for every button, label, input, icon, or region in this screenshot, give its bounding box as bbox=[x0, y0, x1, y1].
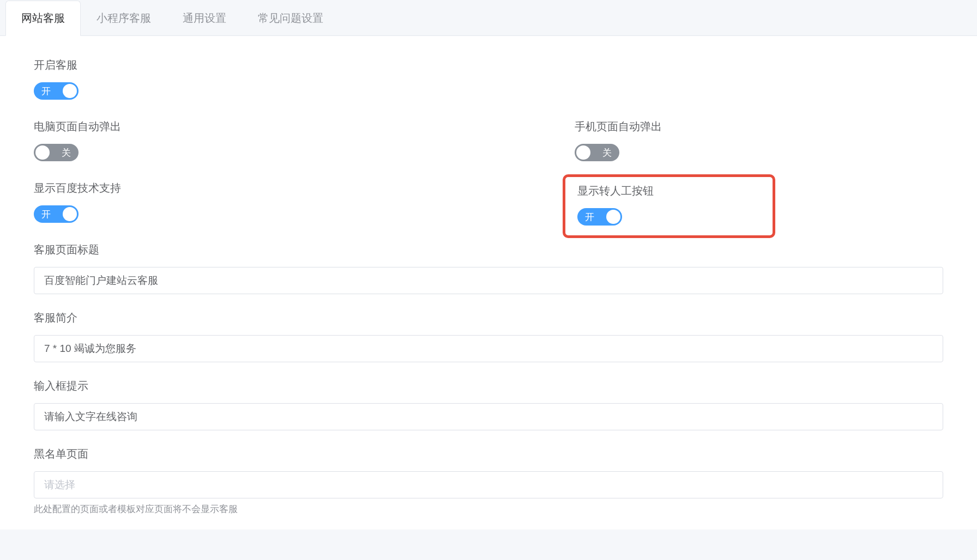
tab-general-settings[interactable]: 通用设置 bbox=[167, 1, 242, 36]
field-blacklist: 黑名单页面 此处配置的页面或者模板对应页面将不会显示客服 bbox=[34, 447, 943, 515]
switch-on-text: 开 bbox=[41, 208, 51, 221]
tabs-bar: 网站客服 小程序客服 通用设置 常见问题设置 bbox=[0, 0, 977, 36]
field-baidu-support: 显示百度技术支持 开 bbox=[34, 181, 575, 223]
switch-baidu-support[interactable]: 开 bbox=[34, 205, 79, 223]
switch-mobile-popup[interactable]: 关 bbox=[575, 144, 619, 161]
switch-off-text: 关 bbox=[62, 147, 71, 159]
field-page-title: 客服页面标题 bbox=[34, 242, 943, 294]
field-intro: 客服简介 bbox=[34, 311, 943, 362]
row-support-human: 显示百度技术支持 开 显示转人工按钮 开 bbox=[34, 181, 943, 242]
tab-content: 开启客服 开 电脑页面自动弹出 关 手机页面自动弹出 bbox=[0, 36, 977, 529]
highlight-human-button: 显示转人工按钮 开 bbox=[563, 174, 775, 238]
label-enable-service: 开启客服 bbox=[34, 58, 943, 72]
label-page-title: 客服页面标题 bbox=[34, 242, 943, 257]
field-human-button: 显示转人工按钮 开 bbox=[577, 184, 761, 226]
switch-on-text: 开 bbox=[41, 85, 51, 98]
label-placeholder-hint: 输入框提示 bbox=[34, 379, 943, 393]
input-placeholder-hint[interactable] bbox=[34, 403, 943, 430]
switch-knob bbox=[63, 207, 77, 221]
tab-miniprogram-service[interactable]: 小程序客服 bbox=[81, 1, 167, 36]
label-desktop-popup: 电脑页面自动弹出 bbox=[34, 119, 575, 134]
field-mobile-popup: 手机页面自动弹出 关 bbox=[575, 119, 662, 161]
col-mobile-popup: 手机页面自动弹出 关 bbox=[575, 119, 662, 181]
col-baidu-support: 显示百度技术支持 开 bbox=[34, 181, 575, 242]
switch-desktop-popup[interactable]: 关 bbox=[34, 144, 79, 161]
switch-on-text: 开 bbox=[585, 211, 594, 223]
input-page-title[interactable] bbox=[34, 267, 943, 294]
field-enable-service: 开启客服 开 bbox=[34, 58, 943, 100]
col-human-button: 显示转人工按钮 开 bbox=[575, 181, 775, 242]
switch-knob bbox=[63, 84, 77, 98]
col-desktop-popup: 电脑页面自动弹出 关 bbox=[34, 119, 575, 181]
label-human-button: 显示转人工按钮 bbox=[577, 184, 761, 198]
label-baidu-support: 显示百度技术支持 bbox=[34, 181, 575, 196]
settings-page: 网站客服 小程序客服 通用设置 常见问题设置 开启客服 开 电脑页面自动弹出 关 bbox=[0, 0, 977, 529]
switch-knob bbox=[35, 145, 50, 160]
help-blacklist: 此处配置的页面或者模板对应页面将不会显示客服 bbox=[34, 503, 943, 515]
switch-human-button[interactable]: 开 bbox=[577, 208, 622, 226]
select-blacklist[interactable] bbox=[34, 471, 943, 498]
switch-knob bbox=[576, 145, 590, 160]
field-desktop-popup: 电脑页面自动弹出 关 bbox=[34, 119, 575, 161]
row-popup: 电脑页面自动弹出 关 手机页面自动弹出 关 bbox=[34, 119, 943, 181]
switch-knob bbox=[606, 210, 620, 224]
label-intro: 客服简介 bbox=[34, 311, 943, 325]
label-blacklist: 黑名单页面 bbox=[34, 447, 943, 461]
switch-off-text: 关 bbox=[602, 147, 612, 159]
tab-website-service[interactable]: 网站客服 bbox=[5, 1, 81, 36]
tab-faq-settings[interactable]: 常见问题设置 bbox=[242, 1, 339, 36]
label-mobile-popup: 手机页面自动弹出 bbox=[575, 119, 662, 134]
input-intro[interactable] bbox=[34, 335, 943, 362]
switch-enable-service[interactable]: 开 bbox=[34, 82, 79, 100]
field-placeholder-hint: 输入框提示 bbox=[34, 379, 943, 430]
